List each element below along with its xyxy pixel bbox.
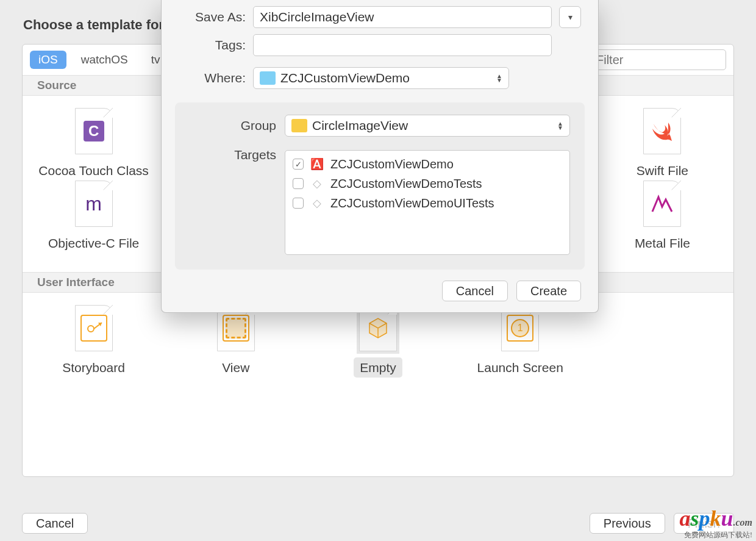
targets-label: Targets bbox=[190, 143, 276, 162]
target-row[interactable]: ◇ ZCJCustomViewDemoUITests bbox=[285, 193, 569, 213]
folder-icon bbox=[260, 71, 276, 85]
sheet-create-button[interactable]: Create bbox=[516, 281, 581, 301]
chevron-down-icon: ▾ bbox=[568, 12, 572, 22]
expand-sheet-button[interactable]: ▾ bbox=[559, 6, 581, 28]
test-target-icon: ◇ bbox=[310, 176, 324, 191]
template-cocoa-touch-class[interactable]: C Cocoa Touch Class bbox=[23, 108, 165, 181]
where-label: Where: bbox=[179, 71, 246, 85]
template-label: Launch Screen bbox=[471, 357, 569, 378]
tab-watchos[interactable]: watchOS bbox=[73, 51, 137, 69]
svg-point-0 bbox=[88, 326, 94, 332]
tags-input[interactable] bbox=[253, 34, 552, 56]
storyboard-file-icon bbox=[75, 305, 113, 351]
filter-wrap bbox=[590, 49, 726, 70]
target-checkbox[interactable] bbox=[293, 159, 304, 170]
template-metal-file[interactable]: Metal File bbox=[591, 181, 733, 253]
sheet-footer: Cancel Create bbox=[162, 270, 598, 301]
stepper-icon: ▲▼ bbox=[496, 74, 502, 82]
template-label: Empty bbox=[354, 357, 402, 378]
target-name: ZCJCustomViewDemoUITests bbox=[330, 196, 494, 210]
template-label: Swift File bbox=[630, 160, 694, 181]
group-panel: Group CircleImageView ▲▼ Targets 🅰️ ZCJC… bbox=[175, 102, 585, 270]
folder-icon bbox=[291, 119, 307, 132]
where-value: ZCJCustomViewDemo bbox=[280, 71, 410, 85]
template-label: View bbox=[216, 357, 255, 378]
filter-input[interactable] bbox=[590, 49, 726, 70]
cancel-button[interactable]: Cancel bbox=[22, 513, 88, 534]
cocoa-touch-file-icon: C bbox=[75, 108, 113, 154]
swift-file-icon bbox=[643, 108, 681, 154]
save-sheet: Save As: ▾ Tags: Where: ZCJCustomViewDem… bbox=[161, 0, 599, 313]
template-view[interactable]: View bbox=[165, 305, 307, 378]
tab-ios[interactable]: iOS bbox=[30, 51, 66, 69]
wizard-footer: Cancel Previous Finish bbox=[22, 513, 734, 534]
watermark-tagline: 免费网站源码下载站! bbox=[679, 531, 752, 539]
template-label: Metal File bbox=[629, 233, 696, 253]
target-checkbox[interactable] bbox=[293, 198, 304, 209]
watermark: aspku.com 免费网站源码下载站! bbox=[679, 506, 752, 539]
stepper-icon: ▲▼ bbox=[557, 121, 563, 130]
template-label: Objective-C File bbox=[42, 233, 145, 253]
metal-file-icon bbox=[643, 181, 681, 227]
target-name: ZCJCustomViewDemo bbox=[330, 157, 454, 171]
group-row: Group CircleImageView ▲▼ bbox=[190, 115, 570, 137]
target-name: ZCJCustomViewDemoTests bbox=[330, 177, 482, 191]
group-label: Group bbox=[190, 118, 276, 133]
template-swift-file[interactable]: Swift File bbox=[591, 108, 733, 181]
targets-row: Targets 🅰️ ZCJCustomViewDemo ◇ ZCJCustom… bbox=[190, 143, 570, 255]
save-as-row: Save As: ▾ bbox=[162, 0, 598, 28]
template-launch-screen[interactable]: 1 Launch Screen bbox=[449, 305, 591, 378]
targets-list: 🅰️ ZCJCustomViewDemo ◇ ZCJCustomViewDemo… bbox=[285, 150, 570, 255]
save-as-input[interactable] bbox=[253, 6, 552, 28]
tags-label: Tags: bbox=[179, 38, 246, 52]
where-popup[interactable]: ZCJCustomViewDemo ▲▼ bbox=[253, 67, 509, 89]
test-target-icon: ◇ bbox=[310, 196, 324, 210]
target-row[interactable]: ◇ ZCJCustomViewDemoTests bbox=[285, 174, 569, 193]
target-row[interactable]: 🅰️ ZCJCustomViewDemo bbox=[285, 154, 569, 174]
group-value: CircleImageView bbox=[312, 118, 408, 133]
template-objc-file[interactable]: m Objective-C File bbox=[23, 181, 165, 253]
sheet-cancel-button[interactable]: Cancel bbox=[442, 281, 508, 301]
save-as-label: Save As: bbox=[179, 10, 246, 24]
template-storyboard[interactable]: Storyboard bbox=[23, 305, 165, 378]
footer-spacer bbox=[96, 513, 581, 534]
template-label: Cocoa Touch Class bbox=[32, 160, 155, 181]
tags-row: Tags: bbox=[162, 28, 598, 56]
app-target-icon: 🅰️ bbox=[310, 157, 324, 171]
objc-file-icon: m bbox=[75, 181, 113, 227]
template-label: Storyboard bbox=[56, 357, 131, 378]
group-popup[interactable]: CircleImageView ▲▼ bbox=[285, 115, 570, 137]
template-empty[interactable]: Empty bbox=[307, 305, 449, 378]
previous-button[interactable]: Previous bbox=[590, 513, 665, 534]
watermark-domain: .com bbox=[733, 517, 752, 528]
target-checkbox[interactable] bbox=[293, 178, 304, 189]
where-row: Where: ZCJCustomViewDemo ▲▼ bbox=[162, 56, 598, 89]
